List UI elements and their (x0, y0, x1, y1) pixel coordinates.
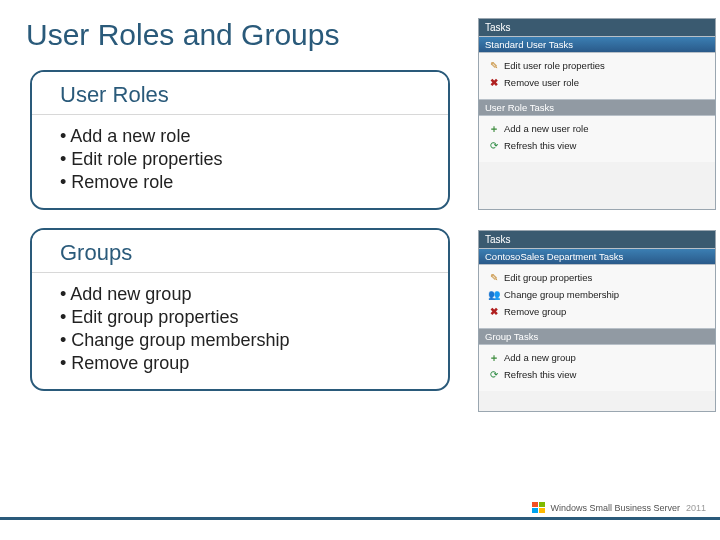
list-item: Add new group (60, 283, 432, 306)
task-label: Add a new group (504, 352, 576, 363)
task-change-membership[interactable]: 👥 Change group membership (483, 286, 711, 303)
task-add-user-role[interactable]: ＋ Add a new user role (483, 120, 711, 137)
task-edit-group[interactable]: ✎ Edit group properties (483, 269, 711, 286)
list-item: Remove group (60, 352, 432, 375)
add-icon: ＋ (487, 122, 500, 135)
section-user-roles: User Roles Add a new role Edit role prop… (30, 70, 450, 210)
section-list: Add new group Edit group properties Chan… (32, 273, 448, 389)
task-label: Refresh this view (504, 369, 576, 380)
edit-icon: ✎ (487, 59, 500, 72)
refresh-icon: ⟳ (487, 368, 500, 381)
panel-subtitle: Group Tasks (479, 328, 715, 345)
panel-title: Tasks (479, 19, 715, 36)
panel-subtitle: ContosoSales Department Tasks (479, 248, 715, 265)
list-item: Change group membership (60, 329, 432, 352)
group-icon: 👥 (487, 288, 500, 301)
task-refresh-view[interactable]: ⟳ Refresh this view (483, 366, 711, 383)
task-label: Edit user role properties (504, 60, 605, 71)
task-refresh-view[interactable]: ⟳ Refresh this view (483, 137, 711, 154)
refresh-icon: ⟳ (487, 139, 500, 152)
task-edit-user-role[interactable]: ✎ Edit user role properties (483, 57, 711, 74)
delete-icon: ✖ (487, 305, 500, 318)
task-label: Add a new user role (504, 123, 589, 134)
list-item: Edit role properties (60, 148, 432, 171)
task-remove-user-role[interactable]: ✖ Remove user role (483, 74, 711, 91)
windows-icon (532, 502, 546, 514)
section-list: Add a new role Edit role properties Remo… (32, 115, 448, 208)
task-add-group[interactable]: ＋ Add a new group (483, 349, 711, 366)
task-label: Refresh this view (504, 140, 576, 151)
panel-body: ✎ Edit group properties 👥 Change group m… (479, 265, 715, 328)
product-name: Windows Small Business Server (550, 503, 680, 513)
tasks-panel-groups: Tasks ContosoSales Department Tasks ✎ Ed… (478, 230, 716, 412)
panel-body: ＋ Add a new user role ⟳ Refresh this vie… (479, 116, 715, 162)
panel-subtitle: Standard User Tasks (479, 36, 715, 53)
footer-logo: Windows Small Business Server 2011 (532, 502, 706, 514)
list-item: Remove role (60, 171, 432, 194)
list-item: Add a new role (60, 125, 432, 148)
task-remove-group[interactable]: ✖ Remove group (483, 303, 711, 320)
panel-body: ✎ Edit user role properties ✖ Remove use… (479, 53, 715, 99)
panel-subtitle: User Role Tasks (479, 99, 715, 116)
tasks-panel-roles: Tasks Standard User Tasks ✎ Edit user ro… (478, 18, 716, 210)
task-label: Edit group properties (504, 272, 592, 283)
delete-icon: ✖ (487, 76, 500, 89)
task-label: Change group membership (504, 289, 619, 300)
list-item: Edit group properties (60, 306, 432, 329)
task-label: Remove group (504, 306, 566, 317)
content-area: User Roles Add a new role Edit role prop… (30, 70, 450, 409)
panel-title: Tasks (479, 231, 715, 248)
add-icon: ＋ (487, 351, 500, 364)
section-groups: Groups Add new group Edit group properti… (30, 228, 450, 391)
task-label: Remove user role (504, 77, 579, 88)
panel-body: ＋ Add a new group ⟳ Refresh this view (479, 345, 715, 391)
edit-icon: ✎ (487, 271, 500, 284)
section-header: Groups (32, 230, 448, 273)
footer-divider (0, 517, 720, 520)
product-year: 2011 (686, 503, 706, 513)
section-header: User Roles (32, 72, 448, 115)
